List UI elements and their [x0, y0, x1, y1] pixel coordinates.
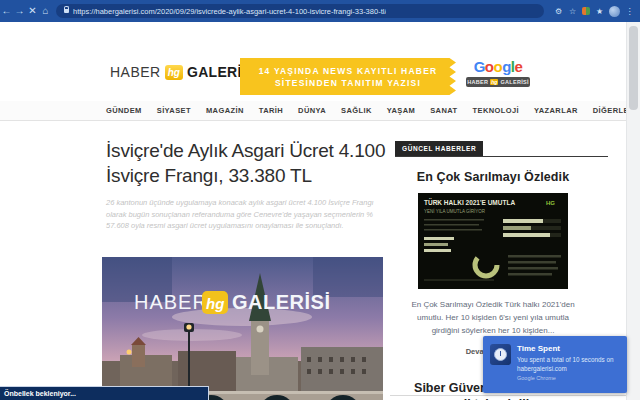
nav-item-siyaset[interactable]: SİYASET: [157, 106, 191, 115]
browser-toolbar: ← → ✕ ⌂ https://habergalerisi.com/2020/0…: [0, 0, 640, 22]
zurich-scene: HABER hg GALERİSİ: [102, 257, 383, 400]
browser-status-bubble: Önbellek bekleniyor...: [0, 386, 209, 400]
bookmark-star-icon[interactable]: ★: [595, 7, 604, 16]
profile-avatar[interactable]: [609, 6, 620, 17]
nav-item-yasam[interactable]: YAŞAM: [387, 106, 415, 115]
url-text: https://habergalerisi.com/2020/09/29/isv…: [73, 7, 386, 16]
back-icon[interactable]: ←: [0, 0, 13, 22]
promo-banner[interactable]: 14 YAŞINDA NEWS KAYITLI HABER SİTESİNDEN…: [240, 58, 456, 95]
browser-window: ← → ✕ ⌂ https://habergalerisi.com/2020/0…: [0, 0, 640, 400]
article-title[interactable]: İsviçre'de Aylık Asgari Ücret 4.100 İsvi…: [106, 138, 390, 188]
sidebar-article1-excerpt: En Çok Sarılmayı Özledik Türk halkı 2021…: [409, 298, 577, 338]
promo-banner-line2: SİTESİNDEN TANITIM YAZISI: [275, 78, 421, 88]
time-spent-icon: [490, 344, 511, 365]
forward-icon[interactable]: →: [13, 0, 26, 22]
extension-icon[interactable]: [582, 7, 590, 15]
nav-item-magazin[interactable]: MAGAZİN: [206, 106, 244, 115]
status-text: Önbellek bekleniyor...: [0, 390, 76, 397]
lock-icon: [64, 9, 69, 13]
promo-banner-line1: 14 YAŞINDA NEWS KAYITLI HABER: [259, 66, 438, 76]
article-excerpt: 26 kantonun üçünde uygulamaya konacak ay…: [106, 197, 389, 232]
nav-item-digerleri[interactable]: DİĞERLERİ⌄: [593, 106, 627, 115]
time-spent-notification[interactable]: Time Spent You spent a total of 10 secon…: [483, 336, 627, 393]
scrollbar[interactable]: [626, 22, 640, 400]
google-sub-hg-badge: hg: [490, 79, 498, 85]
article-hero-image[interactable]: HABER hg GALERİSİ: [102, 257, 383, 400]
main-nav: GÜNDEM SİYASET MAGAZİN TARİH DÜNYA SAĞLI…: [0, 101, 627, 121]
google-sub-badge: HABER hg GALERİSİ: [466, 77, 530, 87]
menu-kebab-icon[interactable]: ⋮: [625, 7, 634, 16]
article-title-line1: İsviçre'de Aylık Asgari Ücret 4.100: [106, 138, 390, 163]
sidebar-section-label[interactable]: GÜNCEL HABERLER: [395, 141, 483, 156]
nav-item-yazarlar[interactable]: YAZARLAR: [534, 106, 578, 115]
nav-item-dunya[interactable]: DÜNYA: [298, 106, 326, 115]
google-logo: Google: [466, 58, 530, 75]
sidebar-section-bar: GÜNCEL HABERLER: [395, 142, 608, 157]
star-icon[interactable]: ☆: [568, 7, 577, 16]
toolbar-right: ⚙ ☆ ★ ⋮: [554, 6, 634, 17]
sidebar-article2-title-line2: yerli teknolojiler: [409, 396, 577, 400]
site-logo[interactable]: HABER hg GALERİSİ: [110, 64, 255, 80]
svg-text:TÜRK HALKI 2021'E UMUTLA: TÜRK HALKI 2021'E UMUTLA: [424, 198, 515, 206]
watermark-haber: HABER: [134, 291, 208, 313]
gear-icon[interactable]: ⚙: [554, 7, 563, 16]
sidebar-divider: [390, 395, 627, 396]
stop-icon[interactable]: ✕: [26, 0, 39, 22]
svg-text:YENİ YILA UMUTLA GİRİYOR: YENİ YILA UMUTLA GİRİYOR: [424, 208, 486, 214]
nav-item-sanat[interactable]: SANAT: [430, 106, 457, 115]
sidebar-article1-title[interactable]: En Çok Sarılmayı Özledik: [409, 170, 577, 184]
notification-app-name: Google Chrome: [517, 375, 621, 381]
notification-title: Time Spent: [517, 344, 621, 353]
scrollbar-thumb[interactable]: [629, 26, 638, 110]
home-icon[interactable]: ⌂: [39, 0, 52, 22]
watermark-galerisi: GALERİSİ: [232, 291, 330, 313]
infographic-logo: HG: [546, 200, 555, 206]
article-title-line2: İsviçre Frangı, 33.380 TL: [106, 163, 390, 188]
logo-hg-badge: hg: [165, 65, 183, 80]
sidebar-article1-image[interactable]: TÜRK HALKI 2021'E UMUTLA YENİ YILA UMUTL…: [418, 193, 568, 289]
nav-item-tarih[interactable]: TARİH: [259, 106, 283, 115]
logo-text-haber: HABER: [110, 64, 161, 80]
nav-item-saglik[interactable]: SAĞLIK: [341, 106, 372, 115]
notification-body: You spent a total of 10 seconds on haber…: [517, 355, 621, 373]
google-news-widget[interactable]: Google HABER hg GALERİSİ: [466, 58, 530, 87]
address-bar[interactable]: https://habergalerisi.com/2020/09/29/isv…: [56, 4, 544, 18]
main-article: İsviçre'de Aylık Asgari Ücret 4.100 İsvi…: [106, 138, 390, 232]
nav-item-gundem[interactable]: GÜNDEM: [106, 106, 142, 115]
nav-item-teknoloji[interactable]: TEKNOLOJİ: [473, 106, 520, 115]
svg-text:hg: hg: [206, 295, 224, 312]
